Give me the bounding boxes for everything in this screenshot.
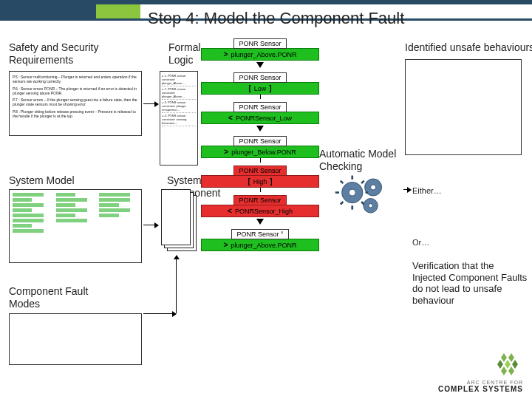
- svg-marker-18: [512, 360, 518, 369]
- row-symbol: >: [224, 148, 228, 156]
- sensor-badge: PONR Sensor: [233, 136, 286, 146]
- formal-row: = 1. PONR sensor constraint: plunger_Abo…: [162, 73, 196, 86]
- svg-marker-20: [508, 366, 514, 375]
- box-system-plus-component: [161, 189, 195, 253]
- box-system-model: [9, 189, 142, 263]
- svg-marker-14: [501, 353, 507, 362]
- slide-body: Safety and Security Requirements P.5 : S…: [0, 41, 532, 399]
- svg-point-3: [371, 185, 376, 190]
- sensor-row-red: < PONRSensor_High: [201, 205, 319, 217]
- formal-row: = 2. PONR sensor constraint: plunger_Abo…: [162, 86, 196, 100]
- svg-line-13: [361, 181, 364, 184]
- box-identified-unsafe: [405, 59, 522, 155]
- row-symbol: >: [224, 241, 228, 249]
- sensor-badge: PONR Sensor: [233, 166, 286, 176]
- safety-item: P.6 : Sensor errors PONR – The plunger i…: [13, 86, 138, 96]
- arrow-checker-to-either: [403, 189, 411, 190]
- sensor-row-green: > plunger_Below.PONR: [201, 146, 319, 158]
- label-automatic-model-checking: Automatic Model Checking: [319, 148, 411, 173]
- row-value: plunger_Below.PONR: [231, 149, 296, 156]
- sensor-badge: PONR Sensor: [233, 38, 286, 49]
- svg-point-5: [369, 204, 372, 208]
- label-safety-security: Safety and Security Requirements: [9, 41, 112, 66]
- sensor-row-red: [ High ]: [201, 175, 319, 188]
- slide-root: Step 4: Model the Component Fault Safety…: [0, 0, 532, 399]
- safety-item: P.8 : Plunger sitting before release pre…: [13, 109, 138, 119]
- logo-complex-systems: ARC CENTRE FOR COMPLEX SYSTEMS: [438, 353, 523, 393]
- logo-bottom-text: COMPLEX SYSTEMS: [438, 385, 523, 393]
- formal-row: = 3. PONR sensor constraint: plunger irr…: [162, 100, 196, 113]
- label-identified-unsafe: Identified unsafe behaviours: [405, 41, 532, 54]
- sensor-badge: PONR Sensor: [233, 195, 286, 205]
- sensor-badge: PONR Sensor: [233, 72, 286, 83]
- row-value: plunger_Above.PONR: [231, 51, 296, 58]
- label-component-fault-modes: Component Fault Modes: [9, 285, 112, 310]
- row-value: High: [253, 178, 267, 185]
- svg-line-11: [361, 202, 364, 205]
- svg-line-12: [341, 202, 344, 205]
- safety-item: P.5 : Sensor malfunctioning – Plunger is…: [13, 75, 138, 84]
- svg-line-10: [341, 181, 344, 184]
- label-verification-text: Verification that the Injected Component…: [412, 260, 529, 306]
- sensor-badge: PONR Sensor °: [231, 229, 288, 239]
- sensor-block: PONR Sensor > plunger_Above.PONR: [201, 35, 319, 61]
- svg-point-1: [349, 189, 355, 196]
- sensor-row-green: [ Low ]: [201, 82, 319, 95]
- sensor-block: PONR Sensor > plunger_Below.PONR: [201, 133, 319, 158]
- row-symbol: >: [224, 50, 228, 58]
- label-system-model: System Model: [9, 174, 112, 187]
- svg-marker-15: [508, 353, 514, 362]
- system-model-tree: [13, 193, 138, 259]
- sensor-block: PONR Sensor [ High ]: [201, 163, 319, 188]
- header-green-block: [96, 4, 140, 18]
- sensor-block: PONR Sensor [ Low ]: [201, 69, 319, 95]
- row-symbol: ]: [269, 84, 271, 92]
- gears-icon: [334, 173, 402, 219]
- row-value: PONRSensor_Low: [236, 115, 292, 122]
- arrow-compfault-to-syscomp: [176, 256, 177, 313]
- header-bar: Step 4: Model the Component Fault: [0, 0, 532, 34]
- sensor-row-green: > plunger_Above.PONR: [201, 48, 319, 61]
- box-formalised-logic: = 1. PONR sensor constraint: plunger_Abo…: [160, 71, 198, 166]
- arrow-compfault-horizontal: [143, 313, 176, 314]
- arrow-safety-to-formal: [143, 103, 158, 104]
- label-either: Either…: [412, 186, 442, 196]
- label-or: Or…: [412, 238, 429, 248]
- logo-icon: [494, 353, 523, 378]
- row-symbol: [: [248, 84, 250, 92]
- arrow-sysmodel-to-syscomp: [143, 225, 158, 225]
- logo-top-text: ARC CENTRE FOR: [438, 380, 523, 385]
- flow-arrow-down-icon: [256, 62, 264, 68]
- row-value: plunger_Above.PONR: [231, 242, 296, 249]
- svg-marker-17: [505, 360, 511, 369]
- sensor-block: PONR Sensor < PONRSensor_High: [201, 192, 319, 217]
- formal-row: = 4. PONR sensor constraint: sensing beh…: [162, 113, 196, 126]
- slide-title: Step 4: Model the Component Fault: [148, 6, 525, 31]
- flow-arrow-down-icon: [256, 126, 264, 132]
- sensor-block: PONR Sensor < PONRSensor_Low: [201, 99, 319, 124]
- sensor-block: PONR Sensor ° > plunger_Above.PONR: [201, 226, 319, 251]
- flow-arrow-down-icon: [256, 219, 264, 225]
- sensor-row-green: < PONRSensor_Low: [201, 112, 319, 124]
- svg-marker-16: [497, 360, 503, 369]
- row-symbol: <: [228, 114, 233, 122]
- safety-item: P.7 : Sensor errors – If the plunger sen…: [13, 98, 138, 107]
- header-dark-block: [0, 4, 96, 18]
- row-value: Low: [254, 85, 267, 92]
- box-component-fault-modes: [9, 313, 142, 365]
- row-value: PONRSensor_High: [235, 208, 293, 215]
- row-symbol: [: [248, 177, 250, 185]
- ponr-sensor-column: PONR Sensor > plunger_Above.PONR PONR Se…: [201, 35, 319, 251]
- row-symbol: ]: [270, 177, 272, 185]
- sensor-badge: PONR Sensor: [233, 102, 286, 112]
- row-symbol: <: [228, 207, 232, 215]
- sensor-row-green: > plunger_Above.PONR: [201, 239, 319, 251]
- svg-marker-19: [501, 366, 507, 375]
- box-safety-requirements: P.5 : Sensor malfunctioning – Plunger is…: [9, 71, 142, 136]
